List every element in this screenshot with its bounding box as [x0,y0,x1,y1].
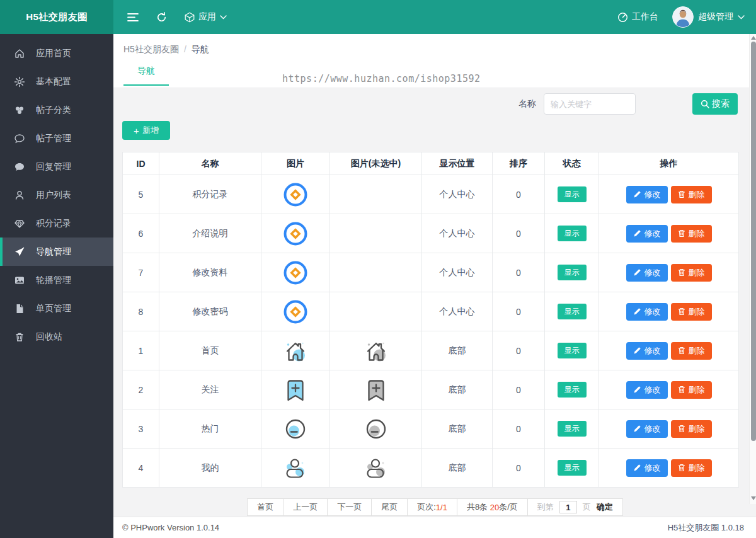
delete-button[interactable]: 删除 [671,264,712,282]
chevron-down-icon [220,15,227,20]
sidebar-item-carousel-manage[interactable]: 轮播管理 [0,266,113,294]
user-name: 超级管理 [698,11,733,23]
edit-button[interactable]: 修改 [626,303,668,321]
cell-id: 6 [123,214,159,253]
pencil-icon [633,190,641,198]
user-menu[interactable]: 超级管理 [672,6,745,28]
status-badge: 显示 [558,382,587,398]
sidebar-item-basic-config[interactable]: 基本配置 [0,67,113,96]
cell-image [261,449,330,488]
plus-icon: + [134,126,139,135]
edit-button[interactable]: 修改 [626,225,668,243]
circle-minus-icon [282,415,309,443]
sidebar-item-recycle-bin[interactable]: 回收站 [0,323,113,351]
cell-actions: 修改删除 [599,292,739,331]
cell-status: 显示 [545,370,599,409]
cell-name: 我的 [159,449,261,488]
cell-status: 显示 [545,449,599,488]
search-input[interactable] [544,93,636,115]
scroll-up-arrow-icon[interactable] [751,36,756,40]
goto-prefix: 到第 [537,501,554,513]
coin-icon [282,259,309,287]
status-badge: 显示 [558,421,587,437]
cell-id: 8 [123,292,159,331]
search-label: 名称 [518,98,536,110]
edit-button[interactable]: 修改 [626,381,668,399]
table-row: 4我的底部0显示修改删除 [123,449,739,488]
avatar [672,6,694,28]
sidebar-item-page-manage[interactable]: 单页管理 [0,294,113,323]
collapse-menu-icon[interactable] [127,13,139,22]
delete-button[interactable]: 删除 [671,459,712,477]
sidebar-item-reply-manage[interactable]: 回复管理 [0,152,113,181]
page-next-button[interactable]: 下一页 [327,498,372,516]
edit-button[interactable]: 修改 [626,420,668,438]
breadcrumb-separator: / [184,44,186,54]
delete-button[interactable]: 删除 [671,420,712,438]
page-prev-button[interactable]: 上一页 [283,498,328,516]
trash-icon [678,190,685,198]
status-badge: 显示 [558,460,587,476]
home-icon [14,48,25,59]
pencil-icon [633,307,641,316]
status-badge: 显示 [558,343,587,358]
page-first-button[interactable]: 首页 [247,498,284,516]
page-confirm-button[interactable]: 确定 [597,501,613,513]
cell-actions: 修改删除 [599,175,739,214]
cell-name: 关注 [159,370,261,409]
add-button[interactable]: + 新增 [122,121,170,140]
delete-button[interactable]: 删除 [671,186,712,203]
page-info: 页次:1/1 [407,498,457,516]
sidebar-item-post-manage[interactable]: 帖子管理 [0,124,113,152]
cell-id: 3 [123,409,159,449]
search-button[interactable]: 搜索 [692,93,738,115]
send-icon [14,246,25,258]
cell-id: 7 [123,253,159,292]
table-header-row: ID名称图片图片(未选中)显示位置排序状态操作 [123,152,739,175]
cell-name: 热门 [159,409,261,449]
app-menu[interactable]: 应用 [185,11,227,23]
cell-id: 5 [123,175,159,214]
trash-icon [678,386,685,394]
page-number-input[interactable]: 1 [559,501,577,513]
scroll-down-arrow-icon[interactable] [751,496,756,500]
sidebar-item-points-record[interactable]: 积分记录 [0,209,113,238]
cell-status: 显示 [545,409,599,449]
coin-icon [282,220,309,248]
scrollbar-thumb[interactable] [751,42,756,441]
sidebar-item-post-category[interactable]: 帖子分类 [0,96,113,124]
refresh-icon[interactable] [156,12,167,23]
workbench-button[interactable]: 工作台 [617,11,658,23]
cell-actions: 修改删除 [599,449,739,488]
scrollbar[interactable] [749,34,756,504]
cell-position: 个人中心 [422,292,493,331]
cell-sort: 0 [493,331,545,370]
trash-icon [14,331,25,343]
table-row: 5积分记录个人中心0显示修改删除 [123,175,739,214]
edit-button[interactable]: 修改 [626,264,668,282]
chat-filled-icon [14,161,25,173]
table-row: 7修改资料个人中心0显示修改删除 [123,253,739,292]
column-header: 图片 [261,152,330,175]
edit-button[interactable]: 修改 [626,186,668,203]
workbench-label: 工作台 [632,11,658,23]
delete-button[interactable]: 删除 [671,342,712,360]
edit-button[interactable]: 修改 [626,342,668,360]
delete-button[interactable]: 删除 [671,303,712,321]
tab-nav[interactable]: 导航 [123,66,169,86]
cell-sort: 0 [493,449,545,488]
sidebar-item-app-home[interactable]: 应用首页 [0,39,113,67]
sidebar-item-user-list[interactable]: 用户列表 [0,181,113,209]
cell-position: 个人中心 [422,253,493,292]
delete-button[interactable]: 删除 [671,381,712,399]
sidebar-menu: 应用首页基本配置帖子分类帖子管理回复管理用户列表积分记录导航管理轮播管理单页管理… [0,34,113,538]
breadcrumb-root[interactable]: H5社交朋友圈 [123,44,179,54]
trash-icon [678,307,685,316]
edit-button[interactable]: 修改 [626,459,668,477]
cell-image [261,253,330,292]
delete-button[interactable]: 删除 [671,225,712,243]
breadcrumb: H5社交朋友圈/导航 [123,44,744,55]
sidebar-item-nav-manage[interactable]: 导航管理 [0,238,113,266]
page-last-button[interactable]: 尾页 [371,498,408,516]
cell-actions: 修改删除 [599,214,739,253]
